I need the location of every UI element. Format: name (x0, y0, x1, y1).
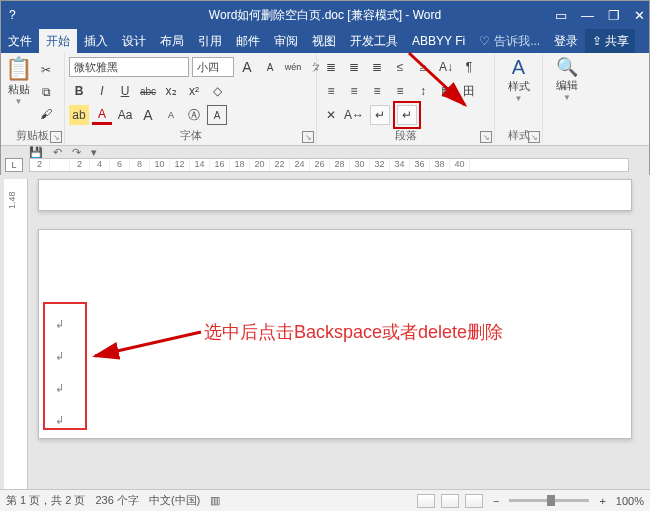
ruler-tick: 26 (310, 159, 330, 171)
annotation-text: 选中后点击Backspace或者delete删除 (204, 320, 503, 344)
chevron-down-icon: ▼ (515, 94, 523, 103)
ribbon-display-options[interactable]: ▭ (555, 8, 567, 23)
bold-button[interactable]: B (69, 81, 89, 101)
restore-button[interactable]: ❐ (608, 8, 620, 23)
bulb-icon: ♡ (479, 34, 490, 48)
group-clipboard: 📋 粘贴 ▼ ✂ ⧉ 🖌 剪贴板 ↘ (1, 53, 65, 145)
multilevel-button[interactable]: ≣ (367, 57, 387, 77)
status-page[interactable]: 第 1 页，共 2 页 (6, 493, 85, 508)
status-word-count[interactable]: 236 个字 (95, 493, 138, 508)
paste-button[interactable]: 📋 粘贴 ▼ (5, 56, 32, 106)
bullets-button[interactable]: ≣ (321, 57, 341, 77)
red-arrow-ribbon (407, 49, 487, 119)
char-border-button[interactable]: A (207, 105, 227, 125)
ruler-tick: 20 (250, 159, 270, 171)
case-button[interactable]: Aa (115, 105, 135, 125)
zoom-percent[interactable]: 100% (616, 495, 644, 507)
group-label-paragraph: 段落 (317, 127, 494, 143)
ruler-tick: 6 (110, 159, 130, 171)
big-a-button[interactable]: A (138, 105, 158, 125)
zoom-in-button[interactable]: + (599, 495, 605, 507)
styles-button[interactable]: A 样式 ▼ (508, 56, 530, 103)
tab-insert[interactable]: 插入 (77, 29, 115, 53)
align-left-button[interactable]: ≡ (321, 81, 341, 101)
align-right-button[interactable]: ≡ (367, 81, 387, 101)
ruler-tick (50, 159, 70, 171)
ruler-tick: 2 (30, 159, 50, 171)
qat-save[interactable]: 💾 (29, 146, 43, 158)
copy-button[interactable]: ⧉ (36, 82, 56, 102)
zoom-slider-thumb[interactable] (547, 495, 555, 506)
find-icon: 🔍 (556, 56, 578, 78)
asian-layout2-button[interactable]: A↔ (344, 105, 364, 125)
asian-layout1-button[interactable]: ✕ (321, 105, 341, 125)
minimize-button[interactable]: — (581, 8, 594, 23)
strike-button[interactable]: abc (138, 81, 158, 101)
highlight-button[interactable]: ab (69, 105, 89, 125)
numbering-button[interactable]: ≣ (344, 57, 364, 77)
editing-button[interactable]: 🔍 编辑 ▼ (556, 56, 578, 102)
styles-dialog-launcher[interactable]: ↘ (528, 131, 540, 143)
view-print[interactable] (441, 494, 459, 508)
tab-review[interactable]: 审阅 (267, 29, 305, 53)
quick-access-toolbar: 💾 ↶ ↷ ▾ (29, 146, 97, 158)
phonetic-button[interactable]: wén (283, 57, 303, 77)
tab-view[interactable]: 视图 (305, 29, 343, 53)
align-center-button[interactable]: ≡ (344, 81, 364, 101)
share-button[interactable]: ⇪ 共享 (585, 29, 635, 53)
shrink-font-button[interactable]: A (260, 57, 280, 77)
ruler-tick: 32 (370, 159, 390, 171)
asian-extra-button[interactable]: ↵ (370, 105, 390, 125)
tab-design[interactable]: 设计 (115, 29, 153, 53)
cut-button[interactable]: ✂ (36, 60, 56, 80)
enclose-chars-button[interactable]: Ⓐ (184, 105, 204, 125)
superscript-button[interactable]: x² (184, 81, 204, 101)
view-web[interactable] (465, 494, 483, 508)
group-paragraph: ≣ ≣ ≣ ≤ ≥ A↓ ¶ ≡ ≡ ≡ ≡ ↕ ▦ 田 ✕ A↔ ↵ (317, 53, 495, 145)
clipboard-icon: 📋 (5, 56, 32, 82)
grow-font-button[interactable]: A (237, 57, 257, 77)
zoom-out-button[interactable]: − (493, 495, 499, 507)
status-language[interactable]: 中文(中国) (149, 493, 200, 508)
clipboard-dialog-launcher[interactable]: ↘ (50, 131, 62, 143)
ruler-tick: 2 (70, 159, 90, 171)
font-size-combo[interactable]: 小四 (192, 57, 234, 77)
ruler-tick: 10 (150, 159, 170, 171)
tab-file[interactable]: 文件 (1, 29, 39, 53)
subscript-button[interactable]: x₂ (161, 81, 181, 101)
tab-developer[interactable]: 开发工具 (343, 29, 405, 53)
page-1-fragment (38, 179, 632, 211)
styles-label: 样式 (508, 79, 530, 94)
styles-icon: A (512, 56, 525, 79)
text-effects-button[interactable]: ◇ (207, 81, 227, 101)
view-read[interactable] (417, 494, 435, 508)
format-painter-button[interactable]: 🖌 (36, 104, 56, 124)
ruler-tab-selector[interactable]: L (5, 158, 23, 172)
horizontal-ruler[interactable]: 2246810121416182022242628303234363840 (29, 158, 629, 172)
underline-button[interactable]: U (115, 81, 135, 101)
qat-more[interactable]: ▾ (91, 146, 97, 158)
tab-references[interactable]: 引用 (191, 29, 229, 53)
font-color-button[interactable]: A (92, 105, 112, 125)
sign-in[interactable]: 登录 (547, 29, 585, 53)
font-dialog-launcher[interactable]: ↘ (302, 131, 314, 143)
tab-mailings[interactable]: 邮件 (229, 29, 267, 53)
qat-undo[interactable]: ↶ (53, 146, 62, 158)
small-a-button[interactable]: A (161, 105, 181, 125)
status-track-icon[interactable]: ▥ (210, 494, 220, 507)
qat-redo[interactable]: ↷ (72, 146, 81, 158)
font-name-combo[interactable]: 微软雅黑 (69, 57, 189, 77)
group-editing: 🔍 编辑 ▼ (543, 53, 591, 145)
paragraph-dialog-launcher[interactable]: ↘ (480, 131, 492, 143)
tab-home[interactable]: 开始 (39, 29, 77, 53)
vertical-ruler[interactable]: 1.48 (4, 179, 28, 489)
zoom-slider[interactable] (509, 499, 589, 502)
tab-layout[interactable]: 布局 (153, 29, 191, 53)
close-button[interactable]: ✕ (634, 8, 645, 23)
share-label: 共享 (605, 33, 629, 50)
chevron-down-icon: ▼ (15, 97, 23, 106)
group-label-font: 字体 (65, 127, 316, 143)
italic-button[interactable]: I (92, 81, 112, 101)
document-scroll[interactable]: ↲ ↲ ↲ ↲ 选中后点击Backspace或者delete删除 (28, 175, 650, 489)
help-icon[interactable]: ? (9, 8, 16, 22)
